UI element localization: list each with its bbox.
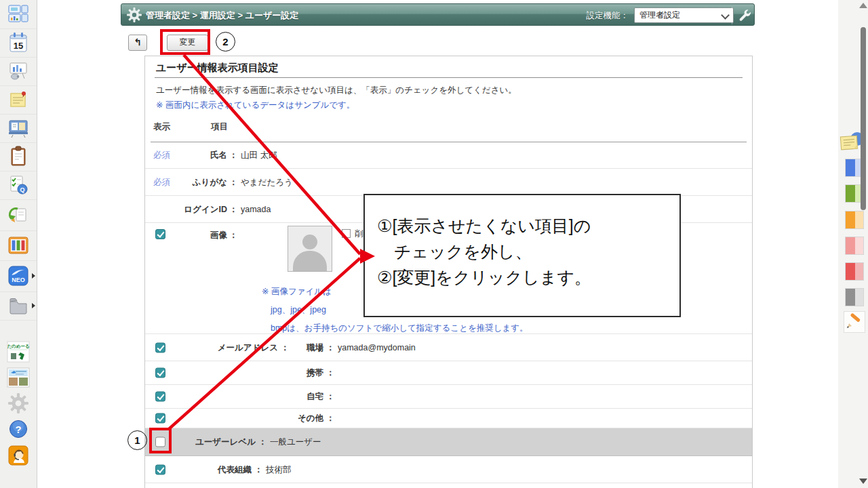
tanomeru-icon: たのめーる — [7, 341, 30, 363]
sub-label: 職場 — [145, 342, 323, 353]
settings-function-label: 設定機能： — [569, 10, 629, 22]
wrench-icon — [737, 8, 752, 23]
sub-label: 自宅 — [145, 391, 323, 403]
scroll-up-arrow[interactable] — [859, 3, 867, 8]
folder-icon — [8, 296, 28, 315]
row-label: 画像 — [145, 230, 227, 241]
sidebar-item-circulation[interactable] — [0, 199, 37, 231]
step1-number: 1 — [134, 434, 140, 446]
sidebar-item-schedule[interactable]: 15 — [0, 28, 37, 58]
delete-image-checkbox[interactable] — [342, 229, 351, 238]
neo-label: NEO — [12, 277, 25, 283]
neo-app-icon: NEO — [8, 266, 28, 286]
row-label: 氏名 — [145, 149, 227, 161]
column-header-item: 項目 — [211, 121, 228, 133]
breadcrumb: 管理者設定 > 運用設定 > ユーザー設定 — [146, 9, 298, 22]
sidebar-item-presentation[interactable] — [0, 57, 37, 86]
scrollbar-thumb[interactable] — [861, 27, 866, 210]
right-memo-button[interactable] — [840, 131, 863, 152]
svg-text:Q: Q — [20, 186, 24, 193]
scroll-down-arrow[interactable] — [859, 479, 867, 484]
colon: ： — [326, 342, 335, 353]
sidebar-item-folder[interactable] — [0, 291, 37, 321]
row-value: 山田 太郎 — [241, 149, 277, 161]
tools-wrench-button[interactable] — [737, 8, 752, 23]
colon: ： — [326, 391, 335, 403]
sidebar-item-banner[interactable] — [0, 365, 37, 390]
row-label: 代表組織 — [145, 464, 252, 475]
settings-function-value: 管理者設定 — [639, 10, 680, 20]
colon: ： — [229, 203, 238, 215]
sidebar-item-neo[interactable]: NEO — [0, 260, 37, 292]
change-button-label: 変更 — [180, 37, 196, 47]
circulation-icon — [7, 204, 29, 226]
row-value: yamada@mydomain — [338, 343, 416, 352]
photo-banner-icon — [7, 367, 30, 388]
row-label: ログインID — [145, 203, 227, 215]
cabinet-binders-icon — [7, 235, 29, 256]
sidebar-item-settings[interactable] — [0, 390, 37, 416]
calendar-icon: 15 — [8, 32, 28, 54]
step2-marker: 2 — [216, 32, 235, 52]
sidebar-item-memo[interactable] — [0, 85, 37, 115]
image-note-line3: bmpは、お手持ちのソフトで縮小して指定することを推奨します。 — [271, 323, 528, 334]
column-header-show: 表示 — [153, 121, 170, 133]
sub-label: 携帯 — [145, 367, 323, 379]
table-row-mail-home: 自宅 ： — [145, 385, 752, 409]
sidebar-item-tanomeru[interactable]: たのめーる — [0, 339, 37, 365]
chevron-down-icon — [721, 11, 730, 20]
instruction-callout: ①[表示させたくない項目]の チェックを外し、 ②[変更]をクリックします。 — [363, 194, 681, 317]
sidebar-item-portal[interactable] — [0, 0, 37, 29]
help-mark: ? — [15, 424, 21, 435]
submenu-arrow-icon — [32, 273, 35, 279]
row-value: yamada — [241, 205, 271, 214]
callout-line1: ①[表示させたくない項目]の — [377, 216, 591, 236]
colon: ： — [326, 367, 335, 379]
row-value: 技術部 — [266, 464, 292, 475]
change-button[interactable]: 変更 — [167, 35, 208, 51]
colon: ： — [254, 464, 263, 475]
back-button[interactable]: ↰ — [128, 35, 147, 51]
row-value: やまだたろう — [241, 176, 293, 188]
step1-marker: 1 — [127, 430, 147, 450]
row-label: ふりがな — [145, 176, 227, 188]
back-arrow-icon: ↰ — [134, 37, 142, 47]
row-label: ユーザーレベル — [145, 436, 256, 448]
sidebar-item-todo[interactable]: Q — [0, 171, 37, 200]
callout-line2: チェックを外し、 — [394, 241, 532, 262]
tanomeru-label: たのめーる — [7, 344, 29, 349]
settings-header-bar: 管理者設定 > 運用設定 > ユーザー設定 設定機能： 管理者設定 — [121, 3, 755, 26]
sidebar-item-help[interactable]: ? — [0, 416, 37, 442]
sidebar-item-support[interactable] — [0, 442, 37, 469]
memo-note-icon — [8, 89, 28, 110]
colon: ： — [229, 176, 238, 188]
submenu-arrow-icon — [32, 303, 35, 308]
presentation-icon — [7, 61, 29, 81]
app-sidebar: 15 — [0, 0, 37, 488]
colon: ： — [326, 413, 335, 424]
portal-icon — [7, 4, 29, 24]
colon: ： — [229, 230, 238, 241]
sidebar-item-cabinet[interactable] — [0, 230, 37, 261]
image-note-line2: jpg、jpe、jpeg — [271, 304, 326, 316]
avatar — [288, 226, 332, 272]
table-row-org: 代表組織 ： 技術部 — [145, 456, 752, 483]
sidebar-item-clipboard[interactable] — [0, 142, 37, 171]
sub-label: その他 — [145, 413, 323, 424]
page-description: ユーザー情報を表示する画面に表示させない項目は、「表示」のチェックを外してくださ… — [156, 85, 517, 96]
sidebar-item-bulletin[interactable] — [0, 114, 37, 143]
memo-note-icon — [840, 131, 863, 152]
settings-function-select[interactable]: 管理者設定 — [634, 7, 734, 23]
settings-gear-icon — [8, 393, 28, 413]
sample-data-note: ※ 画面内に表示されているデータはサンプルです。 — [156, 100, 355, 111]
table-row-name: 必須 氏名 ： 山田 太郎 — [145, 142, 752, 169]
support-operator-icon — [8, 445, 28, 466]
callout-line3: ②[変更]をクリックします。 — [377, 267, 591, 287]
user-settings-screen: { "header": { "breadcrumb": "管理者設定 > 運用設… — [0, 0, 868, 488]
clipboard-icon — [8, 146, 28, 167]
table-row-mail-mobile: 携帯 ： — [145, 361, 752, 385]
admin-gear-icon — [127, 7, 142, 25]
colon: ： — [258, 436, 267, 448]
row-value: 一般ユーザー — [270, 436, 321, 448]
divider — [155, 77, 743, 78]
